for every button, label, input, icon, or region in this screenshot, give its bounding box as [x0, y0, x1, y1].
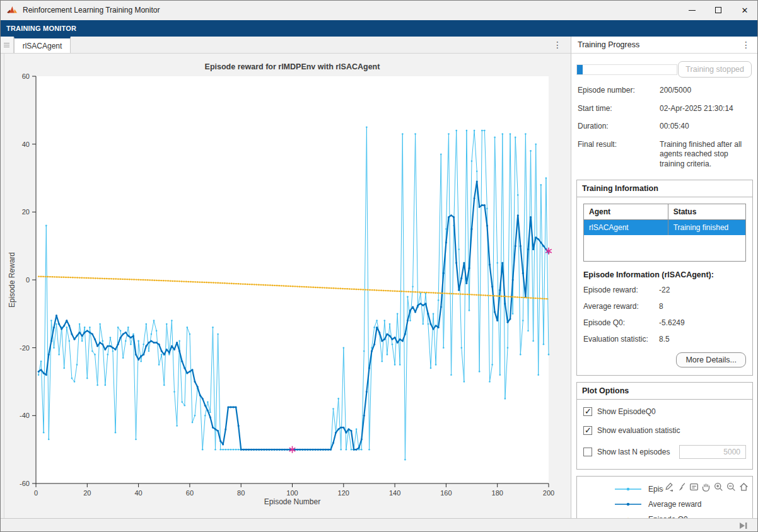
episode-q0-line-swatch	[614, 514, 642, 518]
field-value: -5.6249	[659, 318, 685, 327]
toolstrip-tab-label[interactable]: TRAINING MONITOR	[6, 25, 76, 32]
final-result-field: Final result: Training finished after al…	[571, 136, 758, 173]
duration-field: Duration: 00:05:40	[571, 117, 758, 136]
zoom-out-icon[interactable]	[726, 482, 737, 492]
svg-text:180: 180	[492, 489, 503, 497]
svg-text:80: 80	[237, 489, 245, 497]
skip-to-end-icon[interactable]	[739, 522, 748, 529]
main-area: 020406080100120140160180200-60-40-200204…	[0, 54, 758, 518]
svg-text:60: 60	[186, 489, 194, 497]
agent-cell: rlSACAgent	[584, 219, 668, 235]
brush-icon[interactable]	[676, 482, 687, 492]
field-value: -22	[659, 286, 670, 294]
app-window: Reinforcement Learning Training Monitor …	[0, 0, 758, 532]
svg-text:Episode Number: Episode Number	[264, 497, 320, 506]
table-header-row: Agent Status	[584, 204, 746, 219]
export-icon[interactable]	[663, 482, 674, 492]
show-evaluation-statistic-option: Show evaluation statistic	[577, 421, 752, 440]
legend-label: Average reward	[648, 500, 702, 509]
field-value: 02-Apr-2025 21:30:14	[660, 104, 754, 114]
show-last-n-episodes-option: Show last N episodes 5000	[577, 440, 752, 464]
pan-icon[interactable]	[701, 482, 711, 492]
training-progress-header: Training Progress ⋮	[571, 37, 758, 54]
more-details-button[interactable]: More Details...	[676, 352, 746, 367]
document-tab-strip: rlSACAgent ⋮	[0, 37, 571, 54]
show-last-n-episodes-checkbox[interactable]	[583, 448, 592, 456]
checkbox-label: Show evaluation statistic	[597, 426, 680, 435]
tab-strip: rlSACAgent ⋮ Training Progress ⋮	[0, 37, 758, 54]
episode-info-title: Episode Information (rlSACAgent):	[583, 270, 746, 279]
training-information-group: Training Information Agent Status rlSACA…	[576, 180, 753, 376]
svg-text:-20: -20	[20, 344, 30, 352]
episode-reward-field: Episode reward: -22	[583, 282, 746, 298]
status-bar	[0, 518, 758, 532]
svg-text:Episode reward for rlMDPEnv wi: Episode reward for rlMDPEnv with rlSACAg…	[205, 62, 381, 71]
group-title: Plot Options	[577, 383, 752, 400]
checkbox-label: Show last N episodes	[597, 448, 670, 456]
figure-area: 020406080100120140160180200-60-40-200204…	[0, 54, 571, 518]
show-evaluation-statistic-checkbox[interactable]	[583, 426, 592, 435]
start-time-field: Start time: 02-Apr-2025 21:30:14	[571, 100, 758, 118]
status-cell: Training finished	[668, 219, 745, 235]
close-icon: ✕	[742, 6, 749, 14]
episode-q0-field: Episode Q0: -5.6249	[583, 315, 746, 331]
column-header-status[interactable]: Status	[668, 204, 745, 219]
axes-toolbar	[663, 482, 749, 492]
reward-chart: 020406080100120140160180200-60-40-200204…	[4, 54, 570, 518]
progress-row: Training stopped	[576, 61, 753, 78]
table-row[interactable]: rlSACAgent Training finished	[584, 219, 746, 235]
episode-number-field: Episode number: 200/5000	[571, 81, 758, 100]
field-label: Start time:	[578, 104, 660, 114]
zoom-in-icon[interactable]	[713, 482, 724, 492]
panel-title: Training Progress	[578, 40, 639, 49]
grip-icon	[4, 45, 9, 45]
column-header-agent[interactable]: Agent	[584, 204, 668, 219]
tab-rlsacagent[interactable]: rlSACAgent	[14, 37, 71, 53]
svg-text:Episode Reward: Episode Reward	[8, 252, 16, 308]
minimize-button[interactable]	[679, 0, 705, 20]
kebab-icon: ⋮	[742, 40, 750, 50]
training-stopped-button[interactable]: Training stopped	[678, 61, 752, 78]
chart-legend: Episode reward Average reward Episode Q0…	[576, 476, 753, 518]
group-title: Training Information	[577, 180, 752, 197]
figure-actions-menu-button[interactable]: ⋮	[549, 37, 566, 53]
window-controls: ✕	[679, 0, 758, 20]
episode-reward-line-swatch	[614, 484, 642, 494]
maximize-button[interactable]	[705, 0, 732, 20]
field-value: 8.5	[659, 335, 670, 344]
matlab-logo-icon	[6, 5, 18, 15]
training-progress-bar	[576, 64, 677, 75]
minimize-icon	[689, 10, 696, 11]
maximize-icon	[715, 7, 721, 13]
progress-fill	[577, 65, 583, 74]
figure-left-gutter	[0, 54, 4, 518]
svg-text:160: 160	[440, 489, 452, 497]
svg-text:20: 20	[22, 208, 30, 216]
svg-text:0: 0	[26, 276, 30, 284]
field-value: 00:05:40	[660, 122, 754, 132]
show-episodeq0-option: Show EpisodeQ0	[577, 402, 752, 421]
training-progress-panel: Training stopped Episode number: 200/500…	[571, 54, 758, 518]
svg-text:40: 40	[134, 489, 142, 497]
svg-text:-60: -60	[20, 480, 30, 487]
evaluation-statistic-field: Evaluation statistic: 8.5	[583, 331, 746, 347]
svg-text:0: 0	[34, 489, 38, 497]
field-label: Final result:	[578, 140, 660, 170]
tab-grip-handle[interactable]	[0, 37, 14, 53]
field-label: Episode reward:	[583, 286, 659, 294]
restore-view-icon[interactable]	[738, 482, 749, 492]
show-episodeq0-checkbox[interactable]	[583, 407, 592, 416]
close-button[interactable]: ✕	[732, 0, 758, 20]
svg-text:-40: -40	[20, 412, 30, 419]
n-episodes-input[interactable]: 5000	[679, 445, 746, 459]
agents-table: Agent Status rlSACAgent Training finishe…	[583, 204, 746, 262]
panel-actions-menu-button[interactable]: ⋮	[738, 40, 754, 50]
average-reward-field: Average reward: 8	[583, 298, 746, 315]
svg-text:200: 200	[543, 489, 554, 497]
plot-options-group: Plot Options Show EpisodeQ0 Show evaluat…	[576, 382, 753, 470]
datatips-icon[interactable]	[689, 482, 699, 492]
kebab-icon: ⋮	[553, 40, 562, 50]
window-title: Reinforcement Learning Training Monitor	[23, 6, 160, 14]
field-label: Duration:	[578, 122, 660, 132]
svg-text:20: 20	[83, 489, 91, 497]
